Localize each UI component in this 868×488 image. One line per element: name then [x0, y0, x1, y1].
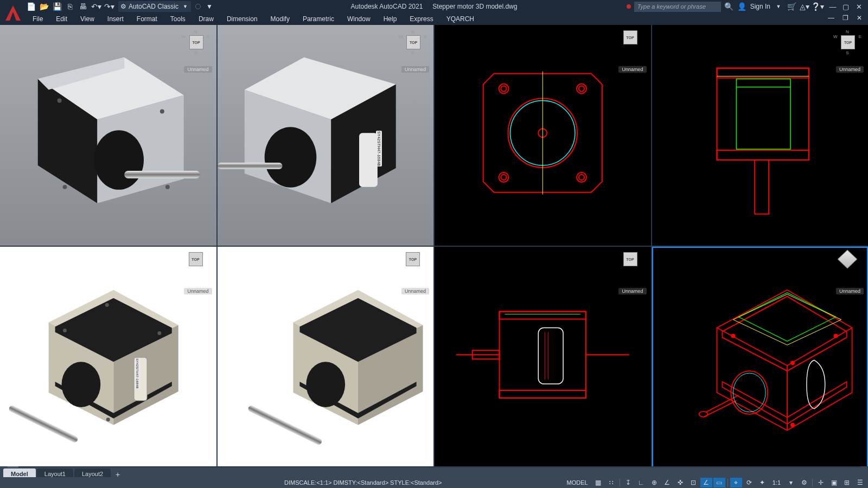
doc-close-button[interactable]: ✕ [853, 14, 866, 22]
cart-icon[interactable]: 🛒 [787, 2, 796, 11]
search-icon[interactable]: 🔍 [724, 2, 734, 11]
viewport-4[interactable]: N WTOPE S Unnamed [652, 25, 869, 246]
title-document: Stepper motor 3D model.dwg [432, 3, 517, 10]
autodesk-app-icon[interactable]: ◬▾ [800, 2, 809, 11]
infer-icon[interactable]: ↧ [622, 478, 634, 487]
user-menu-chevron[interactable]: ▼ [774, 2, 783, 11]
search-led-icon [627, 4, 631, 9]
svg-rect-54 [500, 312, 586, 398]
qat-redo-icon[interactable]: ↷▾ [104, 2, 114, 11]
app-logo[interactable] [2, 2, 24, 24]
menu-dimension[interactable]: Dimension [220, 15, 264, 23]
doc-restore-button[interactable]: ❐ [839, 14, 852, 22]
doc-minimize-button[interactable]: — [825, 14, 838, 22]
qat-save-icon[interactable]: 💾 [52, 2, 62, 11]
menu-draw[interactable]: Draw [192, 15, 220, 23]
menu-yqarch[interactable]: YQARCH [440, 15, 481, 23]
user-icon[interactable]: 👤 [737, 2, 747, 11]
svg-point-44 [157, 331, 161, 335]
viewport-6[interactable]: TOP Unnamed [218, 247, 434, 467]
qat-new-icon[interactable]: 📄 [26, 2, 36, 11]
menu-tools[interactable]: Tools [164, 15, 192, 23]
model-plate: SY42STH47-1684B [135, 358, 140, 389]
svg-point-18 [499, 84, 509, 94]
shade-motor-1 [0, 247, 216, 452]
sign-in-button[interactable]: Sign In [750, 3, 770, 10]
ortho-icon[interactable]: ∟ [635, 478, 647, 487]
wire-side [652, 25, 868, 230]
quickprops-icon[interactable]: ▣ [828, 478, 840, 487]
menu-express[interactable]: Express [403, 15, 439, 23]
viewport-3[interactable]: TOP Unnamed [435, 25, 651, 246]
menu-file[interactable]: File [26, 15, 49, 23]
qat-undo-icon[interactable]: ↶▾ [91, 2, 101, 11]
svg-point-7 [63, 185, 67, 189]
viewport-7[interactable]: TOP Unnamed [435, 247, 651, 467]
search-input[interactable]: Type a keyword or phrase [634, 2, 721, 12]
tpy-icon[interactable]: ⌖ [730, 478, 742, 487]
3dosnap-icon[interactable]: ⊡ [687, 478, 699, 487]
menu-help[interactable]: Help [377, 15, 404, 23]
help-icon[interactable]: ❔▾ [813, 2, 822, 11]
svg-point-9 [165, 185, 170, 189]
viewport-2[interactable]: SY42STH47-1684B N WTOPE S Unnamed [218, 25, 434, 246]
workspace-led [195, 4, 201, 9]
menu-modify[interactable]: Modify [264, 15, 296, 23]
svg-rect-15 [359, 133, 378, 187]
window-maximize-button[interactable]: ▢ [840, 2, 852, 11]
grid-icon[interactable]: ▦ [592, 478, 604, 487]
snap-icon[interactable]: ∷ [605, 478, 617, 487]
lineweight-icon[interactable]: ▭ [713, 478, 725, 487]
osnap-icon[interactable]: ✜ [674, 478, 686, 487]
svg-point-43 [63, 329, 67, 332]
view-label[interactable]: Unnamed [836, 66, 864, 73]
svg-point-13 [264, 127, 316, 188]
view-label[interactable]: Unnamed [401, 288, 429, 294]
ui-toggle-icon[interactable]: ✛ [815, 478, 827, 487]
svg-point-19 [577, 84, 586, 94]
polar-icon[interactable]: ⊕ [648, 478, 660, 487]
viewport-8[interactable]: Unnamed [652, 247, 869, 467]
menu-window[interactable]: Window [341, 15, 377, 23]
svg-rect-32 [736, 79, 790, 150]
svg-point-74 [731, 333, 735, 338]
view-label[interactable]: Unnamed [184, 288, 212, 294]
menu-view[interactable]: View [74, 15, 101, 23]
iso-icon[interactable]: ∠ [661, 478, 673, 487]
qat-more[interactable]: ▼ [205, 1, 214, 12]
view-label[interactable]: Unnamed [184, 66, 212, 73]
qat-open-icon[interactable]: 📂 [39, 2, 49, 11]
anno-menu-icon[interactable]: ▾ [785, 478, 797, 487]
window-close-button[interactable]: ✕ [853, 2, 865, 11]
otrack-icon[interactable]: ∠ [700, 478, 712, 487]
cycling-icon[interactable]: ⟳ [743, 478, 755, 487]
workspace-selector[interactable]: ⚙ AutoCAD Classic ▼ [118, 1, 191, 12]
menu-format[interactable]: Format [130, 15, 164, 23]
window-minimize-button[interactable]: — [827, 2, 839, 11]
units-icon[interactable]: ⊞ [841, 478, 853, 487]
gizmo-icon[interactable]: ✦ [756, 478, 768, 487]
menu-parametric[interactable]: Parametric [296, 15, 341, 23]
menu-insert[interactable]: Insert [101, 15, 130, 23]
status-model[interactable]: MODEL [564, 479, 591, 486]
menu-edit[interactable]: Edit [49, 15, 74, 23]
viewport-5[interactable]: SY42STH47-1684B TOP Unnamed [0, 247, 216, 467]
svg-rect-55 [500, 312, 586, 319]
wire-top [435, 25, 650, 230]
svg-marker-66 [722, 382, 846, 424]
gear-status-icon[interactable]: ⚙ [798, 478, 810, 487]
render-motor-2 [218, 25, 433, 230]
shade-motor-2 [218, 247, 433, 452]
anno-scale[interactable]: 1:1 [769, 479, 784, 486]
svg-rect-28 [717, 68, 808, 160]
customize-icon[interactable]: ☰ [854, 478, 866, 487]
view-label[interactable]: Unnamed [618, 288, 646, 294]
qat-print-icon[interactable]: 🖶 [78, 2, 88, 11]
view-label[interactable]: Unnamed [836, 288, 864, 294]
view-label[interactable]: Unnamed [618, 66, 646, 73]
gear-icon: ⚙ [120, 3, 126, 10]
view-label[interactable]: Unnamed [401, 66, 429, 73]
workspace-label: AutoCAD Classic [129, 3, 178, 10]
qat-saveas-icon[interactable]: ⎘ [65, 2, 75, 11]
viewport-1[interactable]: N W TOP E S Unnamed [0, 25, 216, 246]
